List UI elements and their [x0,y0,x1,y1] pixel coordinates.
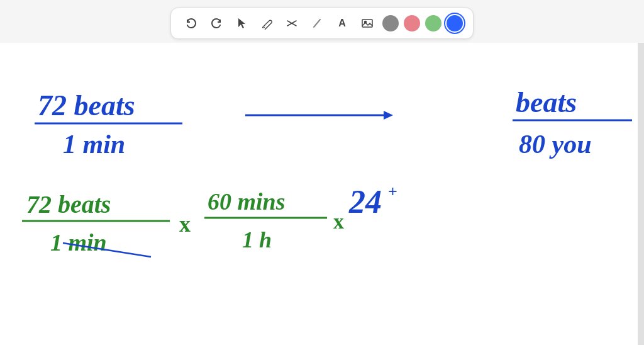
text-icon: A [338,18,346,29]
whiteboard[interactable]: 72 beats 1 min beats 80 you 72 beats 1 m… [0,43,638,345]
svg-text:80 you: 80 you [519,130,592,159]
text-button[interactable]: A [332,13,352,33]
svg-text:beats: beats [516,86,577,118]
color-pink[interactable] [404,15,420,31]
eraser-button[interactable] [282,13,302,33]
svg-text:24: 24 [348,184,382,220]
svg-text:72 beats: 72 beats [26,190,111,218]
image-button[interactable] [357,13,377,33]
svg-text:x: x [333,210,344,233]
svg-text:60 mins: 60 mins [208,188,286,215]
svg-rect-4 [362,20,372,27]
svg-text:1 h: 1 h [242,227,272,252]
color-gray[interactable] [382,15,399,31]
scrollbar[interactable] [638,43,644,345]
toolbar: A [170,8,474,39]
svg-text:x: x [179,212,191,237]
undo-button[interactable] [181,13,201,33]
whiteboard-content: 72 beats 1 min beats 80 you 72 beats 1 m… [0,43,638,345]
svg-text:72 beats: 72 beats [38,89,135,122]
svg-text:1 min: 1 min [63,130,125,159]
svg-marker-10 [384,111,393,120]
svg-text:+: + [388,183,397,201]
redo-button[interactable] [206,13,226,33]
color-blue[interactable] [447,15,463,31]
highlighter-button[interactable] [307,13,327,33]
svg-marker-0 [238,18,245,28]
svg-text:1 min: 1 min [50,229,107,256]
color-green[interactable] [425,15,441,31]
svg-line-3 [314,20,320,27]
pen-button[interactable] [257,13,277,33]
select-button[interactable] [231,13,252,33]
